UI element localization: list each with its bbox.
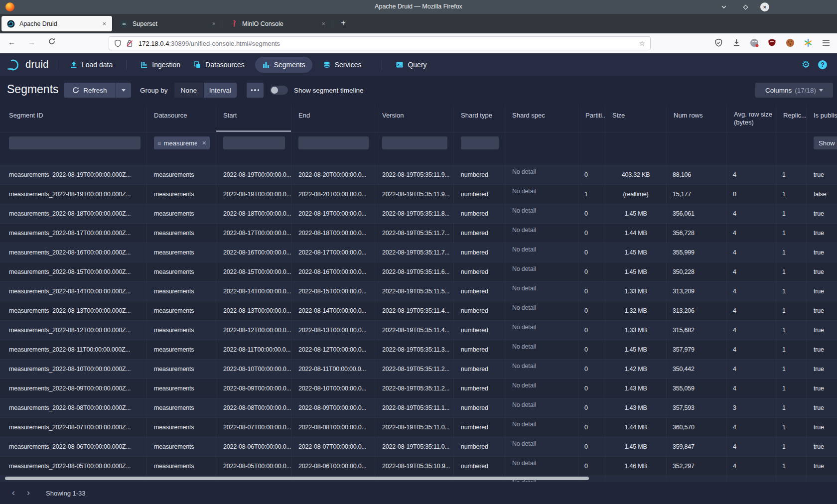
column-header-num-rows[interactable]: Num rows	[667, 105, 727, 132]
titlebar-maximize-icon[interactable]	[741, 2, 750, 11]
column-header-segment-id[interactable]: Segment ID	[0, 105, 147, 132]
tracking-shield-icon[interactable]	[114, 39, 122, 47]
cell-datasource: measurements	[147, 437, 216, 456]
column-header-shard-type[interactable]: Shard type	[454, 105, 505, 132]
refresh-dropdown-button[interactable]	[116, 83, 131, 98]
datasource-filter-tag[interactable]: ≡ measurements ×	[154, 136, 210, 149]
titlebar-chevron-icon[interactable]	[719, 2, 728, 11]
column-header-shard-spec[interactable]: Shard spec	[505, 105, 578, 132]
new-tab-button[interactable]: +	[337, 18, 349, 29]
column-header-replication[interactable]: Replic...	[776, 105, 807, 132]
next-page-icon[interactable]: ›	[22, 486, 35, 499]
cell-datasource: measurements	[147, 301, 216, 320]
cell-replication: 1	[776, 379, 807, 398]
table-row[interactable]: measurements_2022-08-18T00:00:00.000Z...…	[0, 204, 837, 224]
table-row[interactable]: measurements_2022-08-07T00:00:00.000Z...…	[0, 418, 837, 437]
help-icon[interactable]: ?	[818, 60, 827, 69]
cell-datasource: measurements	[147, 418, 216, 437]
table-row[interactable]: measurements_2022-08-17T00:00:00.000Z...…	[0, 224, 837, 243]
table-row[interactable]: measurements_2022-08-19T00:00:00.000Z...…	[0, 185, 837, 204]
previous-page-icon[interactable]: ‹	[7, 486, 20, 499]
filter-segment-id-input[interactable]	[9, 136, 140, 149]
forward-icon[interactable]: →	[28, 38, 35, 46]
protections-shield-icon[interactable]	[714, 38, 723, 47]
download-icon[interactable]	[732, 38, 741, 47]
column-header-is-published[interactable]: Is published	[807, 105, 837, 132]
bookmark-star-icon[interactable]: ☆	[639, 39, 645, 47]
nav-services[interactable]: Services	[323, 61, 362, 69]
cell-datasource: measurements	[147, 262, 216, 281]
cell-end: 2022-08-12T00:00:00.0...	[291, 340, 375, 359]
cell-num_rows: 355,059	[667, 379, 727, 398]
column-header-end[interactable]: End	[291, 105, 375, 132]
asterisk-extension-icon[interactable]	[804, 38, 813, 47]
druid-brand[interactable]: druid	[7, 58, 49, 71]
column-header-version[interactable]: Version	[375, 105, 454, 132]
table-row[interactable]: measurements_2022-08-09T00:00:00.000Z...…	[0, 379, 837, 398]
cell-shard_spec: No detail	[505, 262, 578, 281]
cell-end: 2022-08-13T00:00:00.0...	[291, 321, 375, 340]
tab-close-icon[interactable]: ×	[100, 20, 108, 27]
columns-dropdown-button[interactable]: Columns (17/18)	[755, 83, 833, 98]
dot-icon	[258, 89, 260, 91]
menu-hamburger-icon[interactable]	[822, 39, 830, 46]
cell-avg_row_size: 4	[727, 418, 776, 437]
nav-segments-active[interactable]: Segments	[255, 57, 312, 73]
window-close-button[interactable]: ×	[760, 2, 769, 11]
url-bar[interactable]: 172.18.0.4:30899/unified-console.html#se…	[109, 36, 651, 50]
tab-close-icon[interactable]: ×	[210, 20, 218, 27]
cell-start: 2022-08-12T00:00:00.0...	[216, 321, 291, 340]
tab-minio-console[interactable]: MinIO Console ×	[224, 16, 331, 31]
filter-version-input[interactable]	[382, 136, 447, 149]
column-header-datasource[interactable]: Datasource	[147, 105, 216, 132]
nav-ingestion[interactable]: Ingestion	[140, 61, 180, 69]
cell-avg_row_size: 4	[727, 379, 776, 398]
columns-label: Columns	[765, 87, 792, 94]
tab-close-icon[interactable]: ×	[319, 20, 327, 27]
column-header-partition[interactable]: Partiti...	[578, 105, 605, 132]
tab-superset[interactable]: ∞ Superset ×	[115, 16, 222, 31]
insecure-lock-icon[interactable]	[126, 39, 133, 47]
tab-apache-druid[interactable]: Apache Druid ×	[1, 16, 112, 31]
nav-datasources[interactable]: Datasources	[193, 61, 245, 69]
refresh-button[interactable]: Refresh	[64, 83, 116, 98]
table-row[interactable]: measurements_2022-08-19T00:00:00.000Z...…	[0, 165, 837, 185]
remove-filter-icon[interactable]: ×	[202, 139, 206, 147]
table-row[interactable]: measurements_2022-08-12T00:00:00.000Z...…	[0, 321, 837, 340]
cookie-extension-icon[interactable]	[786, 38, 795, 47]
column-header-size[interactable]: Size	[605, 105, 667, 132]
table-row[interactable]: measurements_2022-08-16T00:00:00.000Z...…	[0, 243, 837, 262]
filter-shard-type-input[interactable]	[461, 136, 499, 149]
group-by-interval-button[interactable]: Interval	[204, 83, 237, 98]
is-published-filter-button[interactable]: Show	[814, 136, 837, 149]
cell-replication: 1	[776, 340, 807, 359]
more-options-button[interactable]	[247, 83, 264, 98]
filter-start-input[interactable]	[223, 136, 285, 149]
settings-gear-icon[interactable]: ⚙	[802, 59, 810, 70]
table-row[interactable]: measurements_2022-08-13T00:00:00.000Z...…	[0, 301, 837, 321]
table-row[interactable]: measurements_2022-08-10T00:00:00.000Z...…	[0, 360, 837, 379]
group-by-none-button[interactable]: None	[174, 83, 203, 98]
reload-icon[interactable]	[48, 37, 56, 45]
column-header-start-sorted[interactable]: Start	[216, 105, 291, 132]
filter-end-input[interactable]	[298, 136, 369, 149]
horizontal-scrollbar-thumb[interactable]	[5, 477, 589, 480]
cell-shard_type: numbered	[454, 262, 505, 281]
cell-replication: 1	[776, 437, 807, 456]
table-row[interactable]: measurements_2022-08-06T00:00:00.000Z...…	[0, 437, 837, 457]
table-row[interactable]: measurements_2022-08-15T00:00:00.000Z...…	[0, 262, 837, 282]
ublock-icon[interactable]	[768, 38, 776, 47]
cell-is_published: true	[807, 418, 837, 437]
back-icon[interactable]: ←	[8, 38, 15, 46]
nav-query[interactable]: Query	[396, 61, 426, 69]
segment-timeline-toggle[interactable]	[270, 86, 288, 95]
nav-load-data[interactable]: Load data	[70, 61, 113, 69]
table-row[interactable]: measurements_2022-08-14T00:00:00.000Z...…	[0, 282, 837, 301]
table-row[interactable]: measurements_2022-08-08T00:00:00.000Z...…	[0, 398, 837, 418]
table-row[interactable]: measurements_2022-08-11T00:00:00.000Z...…	[0, 340, 837, 360]
cell-datasource: measurements	[147, 165, 216, 184]
cell-shard_type: numbered	[454, 224, 505, 243]
mask-extension-icon[interactable]	[750, 38, 759, 48]
column-header-avg-row-size[interactable]: Avg. row size (bytes)	[727, 105, 776, 132]
table-row[interactable]: measurements_2022-08-05T00:00:00.000Z...…	[0, 457, 837, 476]
